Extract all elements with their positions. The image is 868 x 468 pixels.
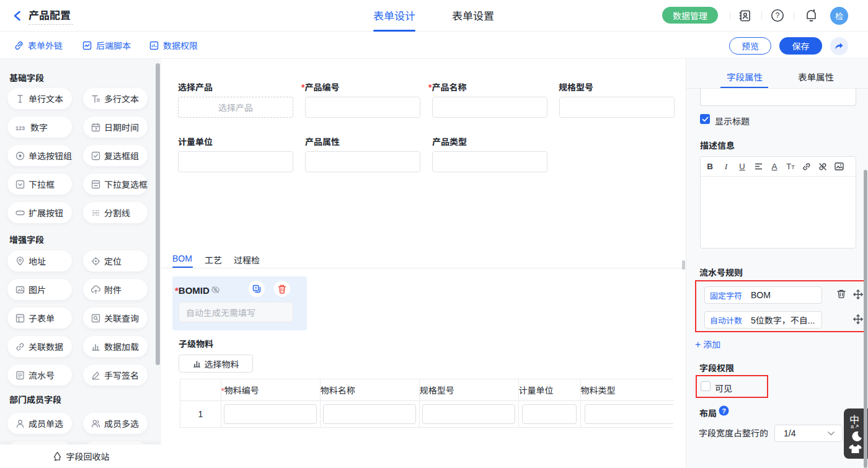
svg-text:a: a xyxy=(851,423,854,430)
svg-text:?: ? xyxy=(776,11,780,20)
svg-text:?: ? xyxy=(722,407,726,415)
svg-text:123: 123 xyxy=(16,125,25,131)
